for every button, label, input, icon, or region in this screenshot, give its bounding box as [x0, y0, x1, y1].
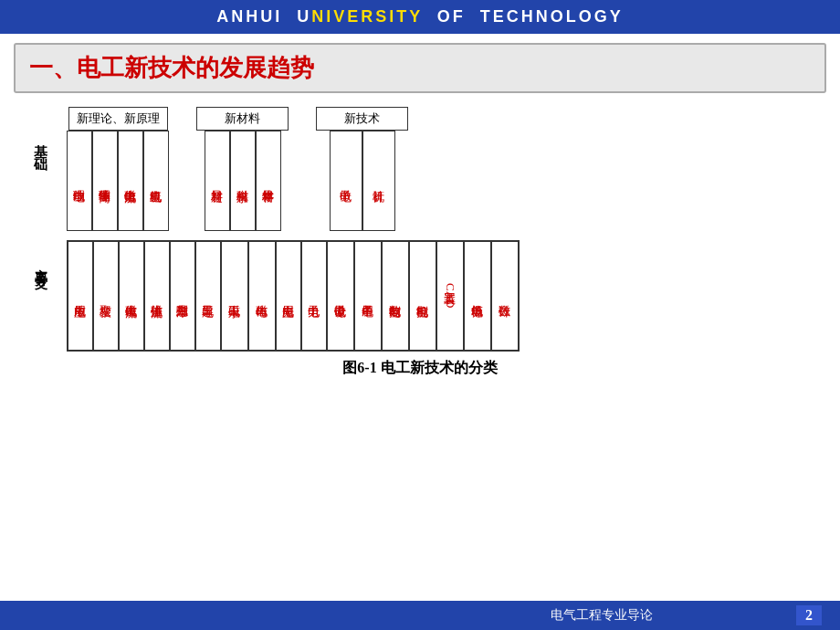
box-dianci: 电磁流体力学 — [118, 131, 143, 231]
main-content: 基 础 新理论、新原理 放电物理 等离子体物理 电磁流体力学 直线电机 新材料 … — [0, 102, 840, 383]
section-xinlilun: 新理论、新原理 放电物理 等离子体物理 电磁流体力学 直线电机 — [67, 107, 169, 231]
section-xinjishu: 新技术 微电子 计算机 — [316, 107, 408, 231]
box-b13: 数控与电制 — [382, 241, 409, 351]
box-b7: 永磁电工 — [221, 241, 248, 351]
section-xincailiao: 新材料 超导材料 永磁材料 半导体材料 — [196, 107, 289, 231]
box-yongci: 永磁材料 — [230, 131, 256, 231]
page-header: ANHUI UNIVERSITY OF TECHNOLOGY — [0, 0, 840, 34]
box-fangdian: 放电物理 — [67, 131, 92, 231]
box-b6: 超导电工 — [195, 241, 221, 351]
box-bandao: 半导体材料 — [256, 131, 281, 231]
label-zhuyao: 主要分支 — [27, 240, 53, 269]
box-denglizi: 等离子体物理 — [92, 131, 118, 231]
box-b2: 核聚变 — [93, 241, 119, 351]
box-b12: 电子用各 — [354, 241, 382, 351]
box-b5: 磁悬浮列车 — [170, 241, 195, 351]
figure-caption: 图6-1 电工新技术的分类 — [27, 359, 813, 378]
box-zhixian: 直线电机 — [143, 131, 169, 231]
page-title: 一、电工新技术的发展趋势 — [29, 52, 811, 84]
box-b8: 磁电与体 — [248, 241, 276, 351]
footer-title: 电气工程专业导论 — [407, 607, 796, 624]
box-b11: 微电子专设 — [327, 241, 354, 351]
page-number: 2 — [796, 605, 822, 625]
section-header-xinjishu: 新技术 — [316, 107, 408, 131]
box-b17: 磁数计 — [491, 241, 519, 351]
section-header-xinlilun: 新理论、新原理 — [68, 107, 168, 131]
box-chaodao: 超导材料 — [205, 131, 230, 231]
box-b14: 控机电制 — [409, 241, 436, 351]
bottom-boxes-container: 放电应用 核聚变 磁流体发电 磁流体推进 磁悬浮列车 超导电工 永磁电工 磁电与… — [67, 240, 520, 352]
label-jichu: 基 础 — [27, 107, 53, 153]
box-b9: 光电应用 — [276, 241, 301, 351]
box-b1: 放电应用 — [68, 241, 93, 351]
box-b3: 磁流体发电 — [119, 241, 144, 351]
page-footer: 电气工程专业导论 2 — [0, 601, 840, 630]
box-jisuanji: 计算机 — [362, 131, 395, 231]
box-b10: 电力电子 — [301, 241, 327, 351]
section-header-xincailiao: 新材料 — [196, 107, 289, 131]
box-b4: 磁流体推进 — [144, 241, 170, 351]
box-b15: 工装置CAD — [436, 241, 464, 351]
title-section: 一、电工新技术的发展趋势 — [14, 43, 826, 93]
box-weidianzi: 微电子 — [330, 131, 362, 231]
box-b16: 电场值算 — [464, 241, 491, 351]
